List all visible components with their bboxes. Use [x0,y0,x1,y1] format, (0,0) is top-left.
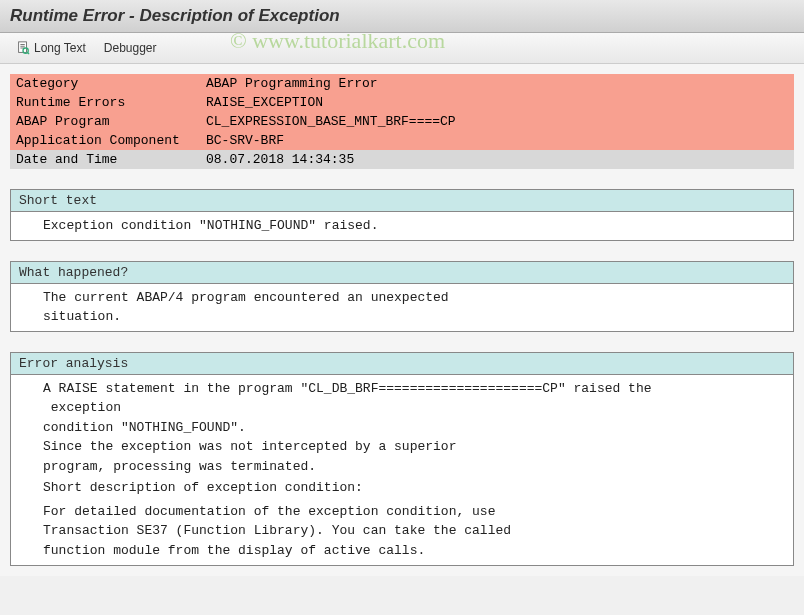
section-line: program, processing was terminated. [11,457,793,477]
section-line: Transaction SE37 (Function Library). You… [11,521,793,541]
debugger-button[interactable]: Debugger [98,39,163,57]
info-value: CL_EXPRESSION_BASE_MNT_BRF====CP [200,112,794,131]
section-what-happened: What happened? The current ABAP/4 progra… [10,261,794,332]
page-title: Runtime Error - Description of Exception [0,0,804,33]
content-area: Category ABAP Programming Error Runtime … [0,64,804,576]
section-header: What happened? [11,262,793,284]
section-line: exception [11,398,793,418]
section-line: function module from the display of acti… [11,541,793,561]
section-line: Short description of exception condition… [11,478,793,498]
info-label: Runtime Errors [10,93,200,112]
section-line: A RAISE statement in the program "CL_DB_… [11,379,793,399]
info-label: Category [10,74,200,93]
section-body: A RAISE statement in the program "CL_DB_… [11,375,793,565]
section-header: Error analysis [11,353,793,375]
error-info-table: Category ABAP Programming Error Runtime … [10,74,794,169]
info-label: ABAP Program [10,112,200,131]
debugger-label: Debugger [104,41,157,55]
section-line: The current ABAP/4 program encountered a… [11,288,793,308]
section-header: Short text [11,190,793,212]
section-short-text: Short text Exception condition "NOTHING_… [10,189,794,241]
info-value: 08.07.2018 14:34:35 [200,150,794,169]
info-row-category: Category ABAP Programming Error [10,74,794,93]
long-text-button[interactable]: Long Text [10,39,92,57]
info-row-abap-program: ABAP Program CL_EXPRESSION_BASE_MNT_BRF=… [10,112,794,131]
svg-line-5 [27,52,29,54]
section-line: condition "NOTHING_FOUND". [11,418,793,438]
info-label: Date and Time [10,150,200,169]
info-label: Application Component [10,131,200,150]
info-row-date-time: Date and Time 08.07.2018 14:34:35 [10,150,794,169]
section-line: For detailed documentation of the except… [11,502,793,522]
section-line: situation. [11,307,793,327]
section-body: Exception condition "NOTHING_FOUND" rais… [11,212,793,240]
section-line: Since the exception was not intercepted … [11,437,793,457]
document-icon [16,41,30,55]
section-line: Exception condition "NOTHING_FOUND" rais… [11,216,793,236]
section-body: The current ABAP/4 program encountered a… [11,284,793,331]
info-value: ABAP Programming Error [200,74,794,93]
info-value: BC-SRV-BRF [200,131,794,150]
info-row-runtime-errors: Runtime Errors RAISE_EXCEPTION [10,93,794,112]
long-text-label: Long Text [34,41,86,55]
info-row-app-component: Application Component BC-SRV-BRF [10,131,794,150]
section-error-analysis: Error analysis A RAISE statement in the … [10,352,794,566]
toolbar: Long Text Debugger [0,33,804,64]
info-value: RAISE_EXCEPTION [200,93,794,112]
